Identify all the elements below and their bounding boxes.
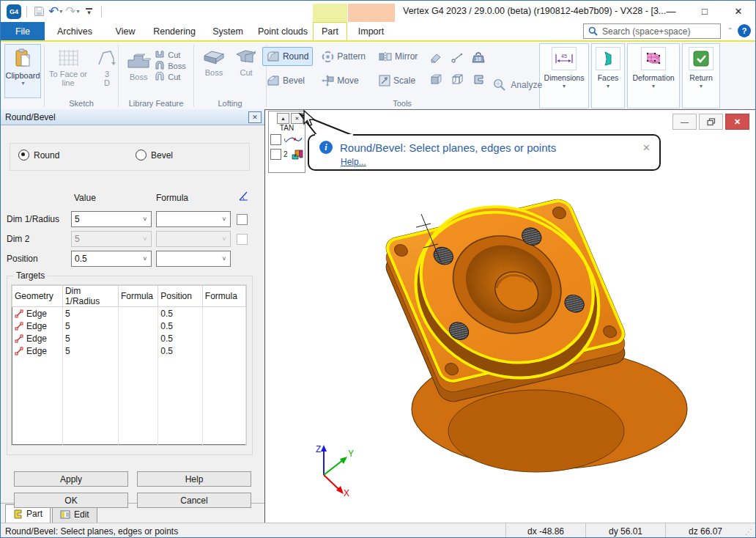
solid-box-button[interactable]	[426, 70, 445, 89]
chevron-down-icon[interactable]: ˅	[218, 255, 230, 262]
erase-feature-button[interactable]	[426, 48, 445, 67]
dim1-value-combo[interactable]: 5˅	[71, 211, 152, 227]
weight-button[interactable]: 10	[469, 48, 488, 67]
angle-icon[interactable]	[238, 191, 248, 201]
restore-icon	[707, 118, 716, 126]
targets-groupbox: Targets Geometry Dim 1/Radius Formula Po…	[7, 276, 253, 455]
document-window-controls: — ✕	[672, 114, 749, 130]
help-button[interactable]: Help	[137, 471, 251, 487]
notification-close-icon[interactable]: ✕	[642, 142, 652, 153]
save-button[interactable]	[32, 4, 45, 20]
library-cut2-button[interactable]: Cut	[154, 72, 185, 81]
targets-table[interactable]: Geometry Dim 1/Radius Formula Position F…	[12, 285, 246, 445]
measure-button[interactable]	[448, 48, 467, 67]
table-row-empty[interactable]	[12, 357, 246, 369]
faces-button[interactable]: Faces ▾	[591, 43, 625, 108]
position-value-combo[interactable]: 0.5˅	[71, 251, 152, 267]
tab-point-clouds[interactable]: Point clouds	[253, 22, 313, 40]
deformation-button[interactable]: Deformation ▾	[627, 43, 680, 108]
table-row-empty[interactable]	[12, 432, 246, 445]
undo-button[interactable]: ↶▾	[48, 4, 62, 20]
table-row-empty[interactable]	[12, 382, 246, 394]
doc-minimize-button[interactable]: —	[672, 114, 697, 130]
undo-dropdown-icon[interactable]: ▾	[59, 9, 62, 15]
dialog-close-icon[interactable]: ✕	[248, 111, 262, 123]
info-icon: i	[319, 141, 333, 154]
close-button[interactable]: ✕	[722, 1, 755, 22]
ok-button[interactable]: OK	[14, 493, 128, 508]
redo-dropdown-icon[interactable]: ▾	[77, 9, 80, 15]
search-placeholder: Search (space+space)	[602, 26, 690, 37]
model-viewport[interactable]: ▲ ✕ TAN 2 i Round/Bevel: Select	[264, 109, 755, 523]
radio-round[interactable]: Round	[18, 150, 59, 161]
solid-g-button[interactable]	[469, 70, 488, 89]
mirror-button[interactable]: Mirror	[374, 47, 422, 66]
library-cut-button[interactable]: Cut	[154, 50, 185, 59]
faces-icon	[602, 51, 614, 67]
dim2-checkbox	[237, 234, 248, 245]
table-row[interactable]: Edge 50.5	[12, 320, 246, 332]
collapse-ribbon-icon[interactable]: ⌃	[727, 26, 733, 34]
title-bar: G4 ↶▾ ↷▾ ▾ Vertex G4 2023 / 29.0.00 (bet…	[1, 1, 755, 22]
doc-close-button[interactable]: ✕	[725, 114, 749, 130]
table-row[interactable]: Edge 50.5	[12, 332, 246, 344]
table-row-empty[interactable]	[12, 407, 246, 419]
tangent-checkbox[interactable]	[270, 134, 281, 145]
tab-import[interactable]: Import	[347, 22, 395, 40]
maximize-button[interactable]: □	[688, 1, 722, 22]
scale-button[interactable]: Scale	[374, 71, 422, 90]
table-row-empty[interactable]	[12, 419, 246, 432]
cancel-button[interactable]: Cancel	[137, 493, 251, 508]
ribbon-group-sketch: To Face or line 3D Sketch	[45, 43, 118, 109]
help-link[interactable]: Help...	[341, 157, 366, 167]
dim1-checkbox[interactable]	[237, 214, 248, 225]
minimize-button[interactable]: —	[654, 1, 688, 22]
targets-legend: Targets	[13, 270, 48, 281]
radio-bevel[interactable]: Bevel	[136, 150, 173, 161]
clipboard-button[interactable]: Clipboard ▾	[4, 44, 41, 98]
bevel-button[interactable]: Bevel	[262, 71, 313, 90]
tab-file[interactable]: File	[1, 22, 45, 40]
redo-button[interactable]: ↷▾	[65, 4, 79, 20]
mini-collapse-icon[interactable]: ▲	[277, 113, 289, 124]
app-logo-icon[interactable]: G4	[7, 4, 21, 19]
tab-archives[interactable]: Archives	[45, 22, 105, 40]
position-formula-combo[interactable]: ˅	[156, 251, 231, 267]
feature-checkbox[interactable]	[270, 149, 281, 160]
table-row[interactable]: Edge 50.5	[12, 307, 246, 320]
apply-button[interactable]: Apply	[14, 471, 128, 487]
table-row[interactable]: Edge 50.5	[12, 344, 246, 357]
wireframe-box-button[interactable]	[448, 70, 467, 89]
table-row-empty[interactable]	[12, 369, 246, 382]
dimensions-button[interactable]: 45 Dimensions ▾	[539, 43, 589, 108]
tab-view[interactable]: View	[105, 22, 146, 40]
part-flange-lower[interactable]	[448, 390, 624, 472]
cut-u-icon	[154, 50, 166, 59]
col-geometry: Geometry	[12, 286, 63, 307]
table-row-empty[interactable]	[12, 394, 246, 407]
deformation-icon	[645, 51, 662, 67]
search-input[interactable]: Search (space+space)	[583, 23, 721, 39]
tab-system[interactable]: System	[203, 22, 253, 40]
axes-triad: Z Y X	[305, 442, 357, 497]
chevron-down-icon[interactable]: ˅	[139, 215, 151, 223]
tab-part[interactable]: Part	[313, 22, 347, 40]
return-button[interactable]: Return ▾	[682, 43, 720, 108]
library-boss2-button[interactable]: Boss	[154, 61, 185, 70]
help-icon[interactable]: ?	[738, 24, 751, 37]
round-button[interactable]: Round	[262, 47, 313, 66]
pattern-button[interactable]: Pattern	[317, 47, 370, 66]
customize-toolbar-button[interactable]: ▾	[83, 4, 96, 20]
clipboard-dropdown-icon: ▾	[21, 80, 24, 86]
dim1-formula-combo[interactable]: ˅	[156, 211, 231, 227]
move-button[interactable]: Move	[317, 71, 370, 90]
chevron-down-icon[interactable]: ˅	[218, 215, 230, 223]
resize-grip[interactable]: ⋰	[745, 528, 755, 536]
doc-restore-button[interactable]	[699, 114, 723, 130]
tab-edit-bottom[interactable]: Edit	[52, 506, 97, 523]
col-dim1: Dim 1/Radius	[62, 286, 118, 307]
chevron-down-icon[interactable]: ˅	[139, 255, 151, 262]
position-value: 0.5	[75, 254, 139, 264]
boss-n-icon	[154, 61, 166, 70]
tab-rendering[interactable]: Rendering	[146, 22, 203, 40]
